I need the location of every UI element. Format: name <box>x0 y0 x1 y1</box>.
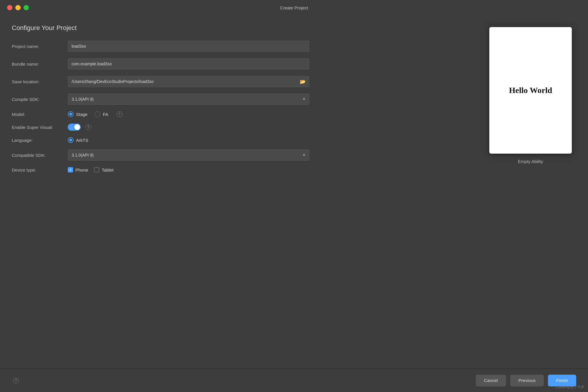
bundle-name-row: Bundle name: <box>12 58 473 69</box>
model-stage-option[interactable]: Stage <box>68 111 87 117</box>
page-title: Configure Your Project <box>12 24 473 32</box>
bundle-name-label: Bundle name: <box>12 62 68 67</box>
footer-left: ? <box>12 378 19 383</box>
project-name-row: Project name: <box>12 41 473 52</box>
model-fa-option[interactable]: FA <box>95 111 108 117</box>
save-location-input[interactable] <box>68 76 309 87</box>
preview-area: Hello World Empty Ability <box>485 24 576 363</box>
window-controls <box>7 5 29 10</box>
save-location-row: Save location: 📂 <box>12 76 473 87</box>
model-fa-label: FA <box>103 112 108 117</box>
model-stage-radio[interactable] <box>68 111 74 117</box>
compile-sdk-wrapper: 3.1.0(API 9) ▼ <box>68 94 309 105</box>
preview-hello-world: Hello World <box>509 86 552 95</box>
super-visual-help-icon[interactable]: ? <box>85 124 91 130</box>
compile-sdk-select[interactable]: 3.1.0(API 9) <box>68 94 309 105</box>
language-label: Language: <box>12 138 68 143</box>
compatible-sdk-row: Compatible SDK: 3.1.0(API 9) ▼ <box>12 150 473 161</box>
close-button[interactable] <box>7 5 12 10</box>
device-tablet-checkbox[interactable] <box>94 167 99 172</box>
model-help-icon[interactable]: ? <box>117 111 123 117</box>
device-tablet-label: Tablet <box>102 167 113 172</box>
model-label: Model: <box>12 112 68 117</box>
toggle-knob <box>74 124 80 130</box>
cancel-button[interactable]: Cancel <box>476 375 506 386</box>
model-stage-label: Stage <box>76 112 87 117</box>
device-phone-checkbox[interactable] <box>68 167 73 172</box>
super-visual-label: Enable Super Visual: <box>12 125 68 130</box>
language-arkts-label: ArkTS <box>76 138 88 143</box>
preview-label: Empty Ability <box>518 159 543 164</box>
bundle-name-input[interactable] <box>68 58 309 69</box>
device-type-row: Device type: Phone Tablet <box>12 167 473 172</box>
minimize-button[interactable] <box>15 5 21 10</box>
form-rows: Project name: Bundle name: Save location… <box>12 41 473 172</box>
footer: ? Cancel Previous Finish <box>0 368 588 392</box>
super-visual-row: Enable Super Visual: ? <box>12 124 473 131</box>
device-phone-label: Phone <box>75 167 88 172</box>
language-radio-group: ArkTS <box>68 137 88 143</box>
previous-button[interactable]: Previous <box>510 375 544 386</box>
title-bar: Create Project <box>0 0 588 15</box>
maximize-button[interactable] <box>24 5 29 10</box>
model-fa-radio[interactable] <box>95 111 100 117</box>
compile-sdk-row: Compile SDK: 3.1.0(API 9) ▼ <box>12 94 473 105</box>
compatible-sdk-select[interactable]: 3.1.0(API 9) <box>68 150 309 161</box>
model-row: Model: Stage FA ? <box>12 111 473 117</box>
super-visual-toggle-row: ? <box>68 124 91 131</box>
device-type-checkbox-group: Phone Tablet <box>68 167 113 172</box>
preview-frame: Hello World <box>489 27 572 154</box>
watermark: CSDN @土了个乒 <box>556 385 584 390</box>
compatible-sdk-wrapper: 3.1.0(API 9) ▼ <box>68 150 309 161</box>
device-phone-option[interactable]: Phone <box>68 167 88 172</box>
compile-sdk-label: Compile SDK: <box>12 97 68 102</box>
project-name-input[interactable] <box>68 41 309 52</box>
language-arkts-option[interactable]: ArkTS <box>68 137 88 143</box>
language-row: Language: ArkTS <box>12 137 473 143</box>
window-title: Create Project <box>280 5 308 10</box>
model-radio-group: Stage FA ? <box>68 111 123 117</box>
compatible-sdk-label: Compatible SDK: <box>12 153 68 158</box>
device-type-label: Device type: <box>12 167 68 172</box>
device-tablet-option[interactable]: Tablet <box>94 167 113 172</box>
super-visual-toggle[interactable] <box>68 124 81 131</box>
folder-icon[interactable]: 📂 <box>300 79 306 84</box>
language-arkts-radio[interactable] <box>68 137 74 143</box>
form-area: Configure Your Project Project name: Bun… <box>12 24 473 363</box>
save-location-wrapper: 📂 <box>68 76 309 87</box>
main-content: Configure Your Project Project name: Bun… <box>0 15 588 368</box>
footer-help-icon[interactable]: ? <box>13 378 19 383</box>
save-location-label: Save location: <box>12 79 68 84</box>
project-name-label: Project name: <box>12 44 68 49</box>
